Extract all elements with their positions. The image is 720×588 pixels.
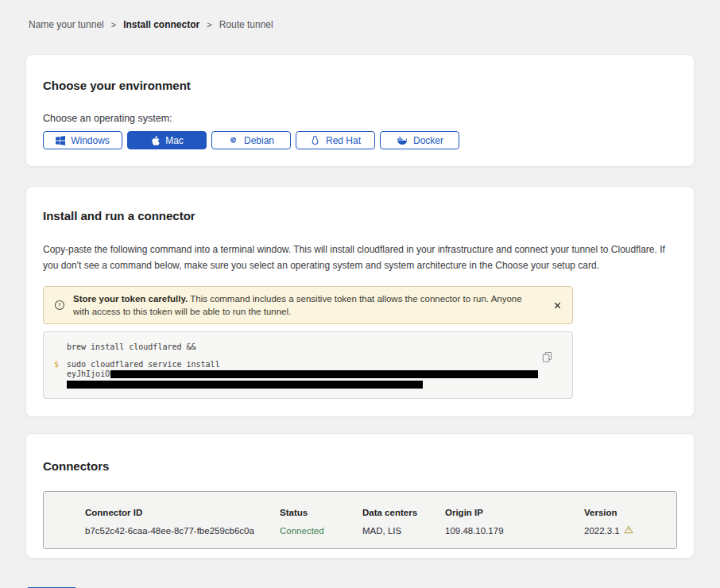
- connector-status-value: Connected: [280, 526, 362, 536]
- redacted-token-bar: [110, 370, 538, 378]
- os-button-debian[interactable]: Debian: [211, 131, 291, 149]
- connector-data-centers-value: MAD, LIS: [362, 526, 445, 536]
- code-line-token: eyJhIjoiO: [44, 369, 572, 379]
- os-select-label: Choose an operating system:: [43, 113, 677, 124]
- windows-icon: [56, 136, 65, 145]
- column-header-version: Version: [584, 508, 668, 517]
- code-command-text: sudo cloudflared service install: [67, 360, 220, 369]
- column-header-status: Status: [280, 508, 362, 517]
- token-prefix-text: eyJhIjoiO: [67, 369, 110, 378]
- install-card-title: Install and run a connector: [43, 209, 677, 222]
- version-number: 2022.3.1: [584, 526, 620, 536]
- shell-prompt: $: [44, 360, 67, 369]
- breadcrumb-step-name-tunnel[interactable]: Name your tunnel: [29, 19, 104, 30]
- column-header-data-centers: Data centers: [362, 508, 445, 517]
- code-line-brew: brew install cloudflared &&: [44, 342, 572, 352]
- os-button-mac[interactable]: Mac: [127, 131, 207, 149]
- breadcrumb-step-route-tunnel[interactable]: Route tunnel: [219, 19, 273, 30]
- token-warning-banner: Store your token carefully. This command…: [43, 286, 573, 324]
- connectors-card: Connectors Connector ID Status Data cent…: [25, 433, 695, 559]
- os-button-group: Windows Mac Debian Red Hat Docker: [43, 131, 677, 149]
- chevron-right-separator: >: [207, 20, 211, 29]
- os-button-label: Windows: [71, 135, 110, 146]
- install-description: Copy-paste the following command into a …: [43, 242, 675, 273]
- debian-icon: [228, 135, 238, 145]
- connector-id-value: b7c52c42-6caa-48ee-8c77-fbe259cb6c0a: [85, 526, 280, 536]
- os-button-label: Docker: [413, 135, 443, 146]
- connector-origin-ip-value: 109.48.10.179: [445, 526, 584, 536]
- token-warning-title: Store your token carefully.: [73, 294, 188, 304]
- code-line-token-continued: [44, 380, 572, 389]
- os-button-docker[interactable]: Docker: [380, 131, 459, 149]
- environment-card-title: Choose your environment: [43, 79, 677, 92]
- docker-icon: [396, 135, 408, 145]
- redhat-icon: [310, 135, 320, 145]
- connectors-card-title: Connectors: [43, 459, 677, 473]
- os-button-label: Debian: [244, 135, 274, 146]
- copy-command-button[interactable]: [541, 351, 553, 366]
- apple-icon: [150, 135, 160, 146]
- banner-close-button[interactable]: [552, 298, 563, 313]
- os-button-label: Red Hat: [326, 135, 361, 146]
- install-command-code-block: brew install cloudflared && $ sudo cloud…: [43, 331, 573, 399]
- chevron-right-separator: >: [111, 20, 116, 29]
- redacted-token-bar: [67, 381, 423, 389]
- environment-card: Choose your environment Choose an operat…: [25, 54, 695, 167]
- os-button-redhat[interactable]: Red Hat: [296, 131, 375, 149]
- token-warning-text: Store your token carefully. This command…: [73, 292, 534, 318]
- version-warning-icon: [624, 525, 633, 536]
- copy-icon: [541, 351, 553, 366]
- column-header-origin-ip: Origin IP: [445, 508, 584, 517]
- os-button-label: Mac: [165, 135, 184, 146]
- close-icon: [554, 300, 561, 311]
- breadcrumb: Name your tunnel > Install connector > R…: [0, 0, 720, 30]
- code-line-service-install: $ sudo cloudflared service install: [44, 360, 572, 369]
- install-connector-card: Install and run a connector Copy-paste t…: [25, 186, 695, 417]
- connectors-table: Connector ID Status Data centers Origin …: [43, 491, 677, 549]
- breadcrumb-step-install-connector[interactable]: Install connector: [123, 19, 199, 30]
- info-alert-icon: [54, 300, 65, 311]
- os-button-windows[interactable]: Windows: [43, 131, 122, 149]
- connector-version-value: 2022.3.1: [584, 525, 668, 536]
- column-header-connector-id: Connector ID: [85, 508, 280, 517]
